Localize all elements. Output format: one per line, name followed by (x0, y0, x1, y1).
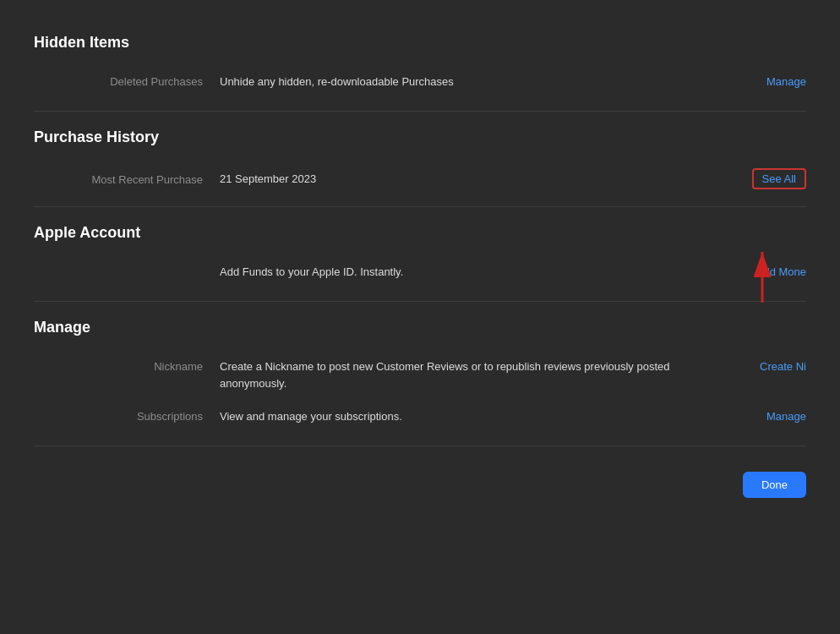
subscriptions-row: Subscriptions View and manage your subsc… (34, 400, 806, 437)
apple-account-title: Apple Account (34, 216, 806, 242)
deleted-purchases-label: Deleted Purchases (34, 74, 220, 88)
deleted-purchases-row: Deleted Purchases Unhide any hidden, re-… (34, 65, 806, 102)
hidden-items-title: Hidden Items (34, 25, 806, 52)
manage-deleted-link[interactable]: Manage (766, 75, 806, 88)
divider-3 (34, 301, 806, 302)
subscriptions-description: View and manage your subscriptions. (220, 408, 739, 425)
manage-section: Manage Nickname Create a Nickname to pos… (34, 310, 806, 437)
hidden-items-section: Hidden Items Deleted Purchases Unhide an… (34, 25, 806, 102)
footer-row: Done (34, 455, 806, 506)
arrow-annotation (720, 243, 771, 314)
subscriptions-action[interactable]: Manage (739, 408, 806, 424)
add-funds-description: Add Funds to your Apple ID. Instantly. (220, 264, 739, 281)
purchase-history-title: Purchase History (34, 120, 806, 146)
see-all-link[interactable]: See All (752, 168, 806, 189)
apple-account-section: Apple Account Add Funds to your Apple ID… (34, 216, 806, 292)
divider-1 (34, 111, 806, 112)
most-recent-date: 21 September 2023 (220, 171, 735, 188)
nickname-action[interactable]: Create Ni (739, 358, 806, 374)
manage-title: Manage (34, 310, 806, 336)
nickname-row: Nickname Create a Nickname to post new C… (34, 350, 806, 400)
divider-4 (34, 445, 806, 446)
manage-subscriptions-link[interactable]: Manage (766, 410, 806, 423)
nickname-label: Nickname (34, 358, 220, 373)
add-funds-row: Add Funds to your Apple ID. Instantly. A… (34, 255, 806, 292)
deleted-purchases-action[interactable]: Manage (739, 74, 806, 89)
see-all-action[interactable]: See All (735, 168, 806, 189)
most-recent-label: Most Recent Purchase (34, 172, 220, 186)
add-funds-label (34, 264, 220, 265)
most-recent-purchase-row: Most Recent Purchase 21 September 2023 S… (34, 160, 806, 198)
divider-2 (34, 206, 806, 207)
subscriptions-label: Subscriptions (34, 408, 220, 423)
purchase-history-section: Purchase History Most Recent Purchase 21… (34, 120, 806, 198)
deleted-purchases-description: Unhide any hidden, re-downloadable Purch… (220, 74, 739, 90)
create-nickname-link[interactable]: Create Ni (760, 360, 806, 373)
nickname-description: Create a Nickname to post new Customer R… (220, 358, 739, 391)
done-button[interactable]: Done (743, 472, 806, 498)
